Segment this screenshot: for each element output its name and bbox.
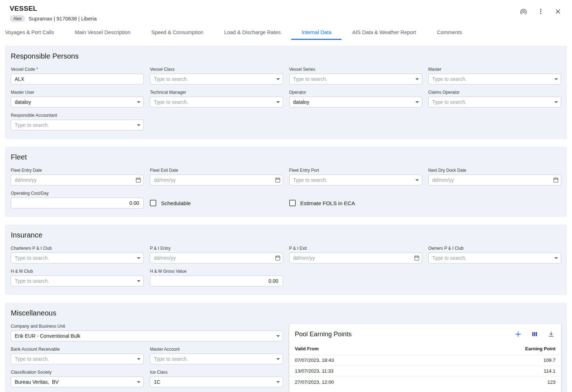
chevron-down-icon[interactable] — [134, 276, 143, 286]
estimate-fols-label: Estimate FOLS in ECA — [300, 200, 355, 206]
master-account-label: Master Account — [150, 347, 283, 352]
chevron-down-icon[interactable] — [273, 74, 283, 84]
responsible-accountant-label: Responsible Accountant — [11, 113, 144, 118]
chevron-down-icon[interactable] — [552, 253, 561, 263]
h-m-club-label: H & M Club — [11, 269, 144, 274]
vessel-series-input[interactable] — [290, 74, 412, 84]
charterers-p-i-club-input[interactable] — [11, 253, 134, 263]
chevron-down-icon[interactable] — [134, 354, 143, 364]
pool-earning-points-card: Pool Earning Points Valid F — [289, 324, 562, 392]
chevron-down-icon[interactable] — [273, 331, 283, 341]
p-i-exit-label: P & I Exit — [289, 246, 422, 251]
master-user-label: Master User — [11, 90, 144, 95]
tab-bar: Voyages & Port Calls Main Vessel Descrip… — [0, 25, 572, 40]
add-icon[interactable] — [514, 330, 522, 338]
tab-voyages-port-calls[interactable]: Voyages & Port Calls — [5, 25, 64, 40]
h-m-gross-value-input[interactable] — [150, 276, 282, 286]
chevron-down-icon[interactable] — [412, 97, 422, 107]
operating-cost-day-label: Operating Cost/Day — [11, 191, 144, 196]
field-next-dry-dock-date: Next Dry Dock Date — [428, 168, 561, 185]
estimate-fols-checkbox[interactable] — [289, 200, 296, 206]
company-and-business-unit-input[interactable] — [11, 331, 273, 341]
classification-society-input[interactable] — [11, 377, 134, 387]
technical-manager-input[interactable] — [150, 97, 273, 107]
calendar-icon[interactable] — [273, 175, 283, 185]
responsible-accountant-input[interactable] — [11, 120, 134, 130]
vessel-series-control — [289, 74, 422, 84]
tab-internal-data[interactable]: Internal Data — [291, 25, 342, 40]
chevron-down-icon[interactable] — [134, 120, 143, 130]
vessel-class-label: Vessel Class — [150, 67, 283, 72]
chevron-down-icon[interactable] — [134, 97, 143, 107]
table-row[interactable]: 07/07/2023, 18:43 109.7 — [289, 355, 562, 366]
vessel-page: VESSEL Alex Supramax | 9170638 | Liberia… — [0, 0, 572, 392]
chevron-down-icon[interactable] — [273, 377, 283, 387]
chevron-down-icon[interactable] — [273, 97, 283, 107]
field-schedulable: Schedulable — [150, 191, 283, 208]
classification-society-control — [11, 377, 144, 387]
chevron-down-icon[interactable] — [412, 74, 422, 84]
fleet-exit-date-control — [150, 175, 283, 185]
field-fleet-exit-date: Fleet Exit Date — [150, 168, 283, 185]
columns-icon[interactable] — [530, 330, 539, 338]
field-p-i-entry: P & I Entry — [150, 246, 283, 263]
field-responsible-accountant: Responsible Accountant — [11, 113, 144, 130]
table-row[interactable]: 13/07/2023, 11:33 114.1 — [289, 366, 562, 377]
kebab-menu-icon[interactable] — [536, 7, 545, 16]
calendar-icon[interactable] — [551, 175, 561, 185]
broadcast-icon[interactable] — [519, 7, 528, 16]
responsible-persons-grid: Vessel Code * Vessel Class Vessel Series — [11, 67, 561, 130]
ice-class-input[interactable] — [150, 377, 273, 387]
insurance-grid: Charterers P & I Club P & I Entry P & I … — [11, 246, 561, 286]
tab-comments[interactable]: Comments — [426, 25, 472, 40]
field-charterers-p-i-club: Charterers P & I Club — [11, 246, 144, 263]
chevron-down-icon[interactable] — [412, 175, 422, 185]
tab-main-vessel-description[interactable]: Main Vessel Description — [64, 25, 141, 40]
owners-p-i-club-input[interactable] — [429, 253, 552, 263]
section-miscellaneous: Miscellaneous Company and Business Unit … — [5, 303, 567, 392]
operating-cost-day-input[interactable] — [11, 198, 143, 208]
master-account-input[interactable] — [150, 354, 273, 364]
tab-load-discharge-rates[interactable]: Load & Discharge Rates — [214, 25, 291, 40]
master-user-input[interactable] — [11, 97, 134, 107]
calendar-icon[interactable] — [412, 253, 422, 263]
chevron-down-icon[interactable] — [552, 97, 561, 107]
schedulable-checkbox[interactable] — [150, 200, 156, 206]
vessel-code-label: Vessel Code * — [11, 67, 144, 72]
valid-from-cell: 27/07/2023, 12:00 — [295, 379, 334, 385]
p-i-entry-input[interactable] — [150, 253, 272, 263]
field-vessel-series: Vessel Series — [289, 67, 422, 84]
calendar-icon[interactable] — [273, 253, 283, 263]
vessel-code-input[interactable] — [11, 74, 143, 84]
field-technical-manager: Technical Manager — [150, 90, 283, 107]
chevron-down-icon[interactable] — [134, 377, 143, 387]
chevron-down-icon[interactable] — [273, 354, 283, 364]
download-icon[interactable] — [547, 330, 555, 338]
master-label: Master — [428, 67, 561, 72]
fleet-exit-date-input[interactable] — [150, 175, 272, 185]
claims-operator-input[interactable] — [429, 97, 552, 107]
section-fleet: Fleet Fleet Entry Date Fleet Exit Date F… — [5, 147, 567, 217]
operator-input[interactable] — [290, 97, 412, 107]
section-title-miscellaneous: Miscellaneous — [11, 309, 561, 317]
table-row[interactable]: 27/07/2023, 12:00 123 — [289, 377, 562, 387]
p-i-exit-control — [289, 253, 422, 263]
section-title-fleet: Fleet — [11, 153, 561, 161]
next-dry-dock-date-input[interactable] — [429, 175, 551, 185]
fleet-entry-port-input[interactable] — [290, 175, 412, 185]
tab-ais-data-weather-report[interactable]: AIS Data & Weather Report — [342, 25, 426, 40]
bank-account-receivable-input[interactable] — [11, 354, 134, 364]
h-m-club-input[interactable] — [11, 276, 134, 286]
p-i-exit-input[interactable] — [290, 253, 412, 263]
header-title-block: VESSEL Alex Supramax | 9170638 | Liberia — [10, 5, 97, 22]
vessel-class-input[interactable] — [150, 74, 273, 84]
master-input[interactable] — [429, 74, 552, 84]
calendar-icon[interactable] — [133, 175, 143, 185]
claims-operator-control — [428, 97, 561, 107]
close-icon[interactable] — [554, 7, 562, 16]
chevron-down-icon[interactable] — [134, 253, 143, 263]
fleet-entry-date-input[interactable] — [11, 175, 133, 185]
chevron-down-icon[interactable] — [552, 74, 561, 84]
field-company-and-business-unit: Company and Business Unit — [11, 324, 283, 341]
tab-speed-consumption[interactable]: Speed & Consumption — [141, 25, 214, 40]
